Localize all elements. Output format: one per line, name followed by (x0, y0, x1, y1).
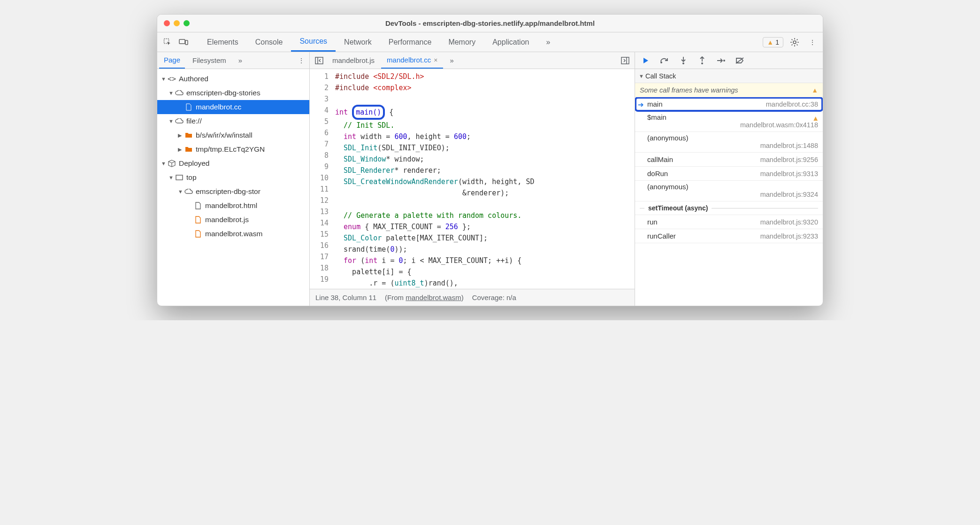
file-tab-active[interactable]: mandelbrot.cc× (381, 52, 443, 69)
titlebar: DevTools - emscripten-dbg-stories.netlif… (157, 15, 823, 32)
main-toolbar: Elements Console Sources Network Perform… (157, 32, 823, 52)
stack-frame[interactable]: run mandelbrot.js:9320 (635, 215, 823, 229)
tree-item[interactable]: mandelbrot.js (157, 213, 309, 227)
tab-elements[interactable]: Elements (199, 32, 247, 52)
svg-point-3 (793, 41, 796, 44)
editor-statusbar: Line 38, Column 11 (From mandelbrot.wasm… (310, 289, 635, 306)
warning-icon: ▲ (767, 39, 773, 46)
call-stack-warning: Some call frames have warnings▲ (635, 83, 823, 97)
tree-item[interactable]: ▼emscripten-dbg-stor (157, 185, 309, 199)
tab-application[interactable]: Application (484, 32, 537, 52)
warning-icon: ▲ (812, 114, 819, 122)
window-title: DevTools - emscripten-dbg-stories.netlif… (385, 19, 595, 27)
stack-frame-current[interactable]: ➔ main mandelbrot.cc:38 (635, 97, 823, 111)
panel-tabs: Elements Console Sources Network Perform… (199, 32, 559, 52)
resume-button[interactable] (641, 55, 651, 66)
editor-pane: mandelbrot.js mandelbrot.cc× » 123456789… (310, 52, 635, 306)
tab-network[interactable]: Network (336, 32, 380, 52)
warning-icon: ▲ (812, 86, 818, 94)
cursor-position: Line 38, Column 11 (315, 293, 376, 301)
tab-console[interactable]: Console (247, 32, 291, 52)
folder-icon (184, 132, 193, 138)
navigator-tab-filesystem[interactable]: Filesystem (188, 52, 231, 69)
navigator-overflow[interactable]: » (234, 52, 247, 69)
coverage-status: Coverage: n/a (472, 293, 516, 301)
tree-item[interactable]: ▼top (157, 170, 309, 185)
navigator-pane: Page Filesystem » ⋮ ▼<>Authored ▼emscrip… (157, 52, 310, 306)
tree-item[interactable]: mandelbrot.html (157, 199, 309, 213)
device-toolbar-icon[interactable] (177, 36, 190, 49)
script-icon (194, 230, 202, 238)
file-tab[interactable]: mandelbrot.js (327, 52, 380, 69)
cloud-icon (184, 189, 193, 194)
tree-item-selected[interactable]: mandelbrot.cc (157, 100, 309, 114)
call-stack-header[interactable]: ▼Call Stack (635, 69, 823, 83)
cloud-icon (175, 118, 184, 124)
tree-item[interactable]: ▶tmp/tmp.ELcTq2YGN (157, 142, 309, 156)
code-editor[interactable]: 12345678910111213141516171819 #include <… (310, 69, 635, 289)
call-stack-list: ➔ main mandelbrot.cc:38 $main ▲ mandelbr… (635, 97, 823, 306)
script-icon (194, 216, 202, 224)
tree-group-deployed[interactable]: ▼Deployed (157, 156, 309, 170)
svg-point-11 (682, 62, 684, 64)
close-window-button[interactable] (164, 20, 170, 26)
devtools-window: DevTools - emscripten-dbg-stories.netlif… (157, 14, 823, 306)
svg-point-15 (723, 60, 725, 62)
stack-frame[interactable]: $main ▲ mandelbrot.wasm:0x4118 (635, 111, 823, 132)
warning-count: 1 (775, 39, 779, 46)
navigator-more-icon[interactable]: ⋮ (295, 57, 307, 64)
maximize-window-button[interactable] (184, 20, 190, 26)
navigator-tab-page[interactable]: Page (159, 52, 185, 69)
file-icon (194, 202, 202, 209)
tree-item[interactable]: ▼file:// (157, 114, 309, 128)
box-icon (168, 160, 176, 167)
stack-frame[interactable]: runCaller mandelbrot.js:9233 (635, 229, 823, 243)
current-frame-pointer-icon: ➔ (638, 100, 644, 109)
traffic-lights (164, 20, 190, 26)
close-tab-icon[interactable]: × (434, 56, 437, 64)
tab-performance[interactable]: Performance (380, 32, 440, 52)
debugger-pane: ▼Call Stack Some call frames have warnin… (635, 52, 823, 306)
file-tabs-overflow[interactable]: » (444, 52, 459, 69)
svg-rect-2 (185, 40, 188, 45)
tab-memory[interactable]: Memory (440, 32, 484, 52)
source-origin: (From mandelbrot.wasm) (385, 293, 464, 301)
cloud-icon (175, 90, 184, 96)
tab-sources[interactable]: Sources (291, 32, 336, 52)
step-over-button[interactable] (659, 55, 670, 66)
minimize-window-button[interactable] (174, 20, 180, 26)
stack-frame[interactable]: (anonymous) mandelbrot.js:1488 (635, 132, 823, 153)
svg-rect-4 (176, 175, 183, 180)
source-origin-link[interactable]: mandelbrot.wasm (406, 293, 461, 301)
highlighted-symbol: main() (352, 105, 385, 120)
debugger-toolbar (635, 52, 823, 69)
inspect-element-icon[interactable] (161, 36, 174, 49)
more-menu-icon[interactable]: ⋮ (806, 36, 819, 49)
file-tree: ▼<>Authored ▼emscripten-dbg-stories mand… (157, 69, 309, 306)
svg-point-13 (701, 62, 703, 64)
svg-rect-1 (179, 39, 185, 44)
async-boundary: setTimeout (async) (635, 201, 823, 215)
folder-icon (184, 147, 193, 152)
step-button[interactable] (716, 55, 726, 66)
tree-item[interactable]: ▶b/s/w/ir/x/w/install (157, 128, 309, 142)
toggle-navigator-icon[interactable] (313, 57, 326, 64)
issues-badge[interactable]: ▲ 1 (763, 37, 783, 47)
toggle-debugger-icon[interactable] (619, 57, 632, 64)
step-into-button[interactable] (678, 55, 689, 66)
stack-frame[interactable]: callMain mandelbrot.js:9256 (635, 153, 823, 167)
stack-frame[interactable]: (anonymous) mandelbrot.js:9324 (635, 181, 823, 201)
editor-tabs: mandelbrot.js mandelbrot.cc× » (310, 52, 635, 69)
navigator-tabs: Page Filesystem » ⋮ (157, 52, 309, 69)
frame-icon (175, 175, 184, 180)
tree-group-authored[interactable]: ▼<>Authored (157, 72, 309, 86)
tree-item[interactable]: mandelbrot.wasm (157, 227, 309, 241)
step-out-button[interactable] (697, 55, 707, 66)
settings-icon[interactable] (788, 36, 801, 49)
tabs-overflow[interactable]: » (537, 32, 559, 52)
code-content: #include <SDL2/SDL.h> #include <complex>… (332, 69, 635, 289)
file-icon (184, 103, 193, 111)
stack-frame[interactable]: doRun mandelbrot.js:9313 (635, 167, 823, 181)
tree-item[interactable]: ▼emscripten-dbg-stories (157, 86, 309, 100)
deactivate-breakpoints-button[interactable] (735, 55, 745, 66)
